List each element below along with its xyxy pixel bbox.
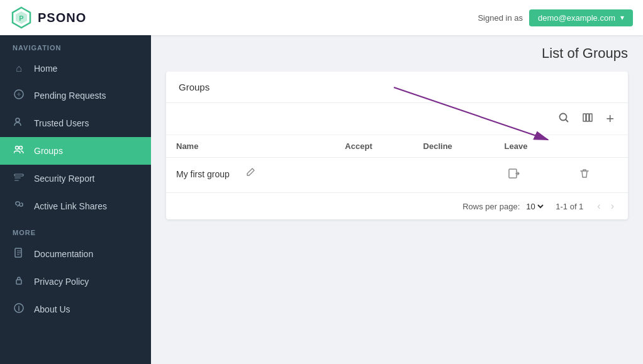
rows-per-page-label: Rows per page: [462, 202, 520, 211]
card-header: Groups [166, 72, 628, 103]
groups-table: Name Accept Decline Leave My first group [166, 135, 628, 192]
decline-cell [413, 158, 495, 193]
rows-per-page-select[interactable]: 10 25 50 [523, 201, 545, 212]
more-section-label: More [0, 220, 151, 240]
main-area: List of Groups Groups [151, 35, 643, 364]
group-name-text: My first group [176, 169, 230, 179]
next-page-button[interactable]: › [607, 199, 618, 213]
groups-icon [13, 145, 25, 157]
sidebar-item-home[interactable]: ⌂ Home [0, 55, 151, 82]
leave-button[interactable] [505, 165, 523, 185]
page-title: List of Groups [542, 45, 628, 62]
search-icon [558, 112, 569, 123]
sidebar: Navigation ⌂ Home Pending Requests Trust… [0, 35, 151, 364]
header-right: Signed in as demo@example.com ▾ [478, 9, 633, 26]
svg-rect-7 [14, 174, 23, 176]
sidebar-item-privacy-policy-label: Privacy Policy [34, 277, 89, 287]
col-decline: Decline [413, 135, 495, 158]
delete-button[interactable] [576, 166, 593, 184]
edit-button[interactable] [242, 165, 259, 182]
sidebar-item-security-report[interactable]: Security Report [0, 165, 151, 192]
svg-point-5 [16, 146, 19, 150]
col-accept: Accept [335, 135, 413, 158]
user-email: demo@example.com [538, 13, 615, 23]
svg-rect-18 [590, 114, 592, 121]
svg-text:P: P [19, 14, 23, 22]
sidebar-item-about-us[interactable]: About Us [0, 295, 151, 323]
pagination-range: 1-1 of 1 [556, 202, 583, 211]
delete-icon [579, 168, 590, 179]
table-header-row: Name Accept Decline Leave [166, 135, 628, 158]
edit-icon [245, 167, 255, 177]
sidebar-item-security-report-label: Security Report [34, 174, 94, 184]
svg-line-14 [394, 87, 548, 140]
sidebar-item-active-link-shares[interactable]: Active Link Shares [0, 192, 151, 220]
svg-rect-19 [509, 169, 517, 178]
svg-rect-17 [586, 114, 589, 121]
sidebar-item-groups[interactable]: Groups [0, 137, 151, 165]
pending-icon [13, 89, 25, 102]
delete-cell [566, 158, 628, 193]
main-header: List of Groups [151, 35, 643, 72]
pagination-nav: ‹ › [593, 199, 618, 213]
sidebar-item-about-us-label: About Us [34, 304, 70, 314]
leave-icon [508, 167, 520, 180]
table-footer: Rows per page: 10 25 50 1-1 of 1 ‹ › [166, 192, 628, 219]
accept-cell [335, 158, 413, 193]
svg-rect-11 [16, 280, 21, 284]
annotation-arrow [166, 72, 628, 197]
about-icon [13, 303, 25, 316]
table-row: My first group [166, 158, 628, 193]
logo-text: PSONO [38, 11, 86, 25]
col-leave: Leave [495, 135, 566, 158]
add-icon: + [606, 111, 614, 126]
sidebar-item-pending-requests[interactable]: Pending Requests [0, 82, 151, 109]
nav-section-label: Navigation [0, 35, 151, 55]
svg-point-4 [16, 118, 20, 122]
signed-in-label: Signed in as [478, 13, 523, 23]
security-report-icon [13, 172, 25, 185]
trusted-users-icon [13, 117, 25, 130]
link-shares-icon [13, 200, 25, 212]
rows-per-page-control: Rows per page: 10 25 50 [462, 201, 545, 212]
prev-page-button[interactable]: ‹ [593, 199, 604, 213]
columns-button[interactable] [578, 109, 597, 129]
app-header: P PSONO Signed in as demo@example.com ▾ [0, 0, 643, 35]
privacy-icon [13, 275, 25, 288]
logo-icon: P [10, 6, 33, 29]
add-button[interactable]: + [602, 108, 618, 130]
card-toolbar: + [166, 103, 628, 135]
columns-icon [582, 112, 593, 123]
documentation-icon [13, 248, 25, 260]
sidebar-item-active-link-shares-label: Active Link Shares [34, 201, 107, 211]
logo-area: P PSONO [10, 6, 86, 29]
sidebar-item-privacy-policy[interactable]: Privacy Policy [0, 268, 151, 295]
sidebar-item-documentation[interactable]: Documentation [0, 240, 151, 268]
home-icon: ⌂ [13, 63, 25, 74]
leave-cell [495, 158, 566, 193]
group-name: My first group [166, 158, 335, 190]
svg-rect-16 [583, 114, 586, 121]
chevron-down-icon: ▾ [620, 13, 624, 22]
sidebar-item-home-label: Home [34, 63, 57, 74]
svg-rect-8 [14, 177, 21, 179]
sidebar-item-documentation-label: Documentation [34, 249, 93, 259]
main-content: Groups [151, 72, 643, 364]
svg-point-6 [20, 146, 23, 150]
groups-card: Groups [166, 72, 628, 219]
app-layout: Navigation ⌂ Home Pending Requests Trust… [0, 35, 643, 364]
svg-rect-9 [14, 180, 19, 181]
sidebar-item-groups-label: Groups [34, 146, 63, 156]
user-menu-button[interactable]: demo@example.com ▾ [529, 9, 633, 26]
card-heading: Groups [179, 82, 210, 92]
svg-point-15 [560, 113, 567, 120]
sidebar-item-trusted-users[interactable]: Trusted Users [0, 109, 151, 137]
sidebar-item-pending-requests-label: Pending Requests [34, 91, 106, 101]
search-button[interactable] [554, 109, 573, 129]
sidebar-item-trusted-users-label: Trusted Users [34, 118, 89, 128]
col-name: Name [166, 135, 335, 158]
col-actions [566, 135, 628, 158]
